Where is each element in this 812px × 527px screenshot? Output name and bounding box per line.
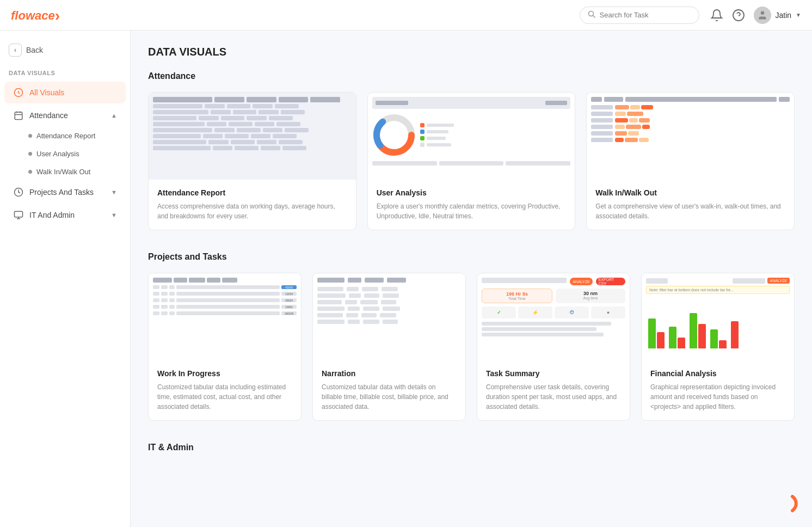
card-attendance-report[interactable]: Attendance Report Access comprehensive d… xyxy=(148,92,356,230)
sidebar-item-walkin[interactable]: Walk In/Walk Out xyxy=(24,163,126,180)
sidebar-item-attendance-report[interactable]: Attendance Report xyxy=(24,127,126,144)
app-logo: flowace› xyxy=(11,7,60,23)
back-icon: ‹ xyxy=(9,44,22,57)
card-body-walkin: Walk In/Walk Out Get a comprehensive vie… xyxy=(587,180,794,230)
user-section[interactable]: Jatin ▼ xyxy=(754,7,801,24)
corner-logo xyxy=(777,492,799,514)
card-narration[interactable]: Narration Customized tabular data with d… xyxy=(312,273,466,421)
main-content: DATA VISUALS Attendance xyxy=(131,30,812,527)
chevron-down-it-icon: ▼ xyxy=(111,212,117,218)
card-preview-walkin xyxy=(587,93,794,180)
logo-flow: flow xyxy=(11,9,35,22)
sidebar-item-it-admin[interactable]: IT And Admin ▼ xyxy=(4,204,126,226)
card-preview-user-analysis xyxy=(368,93,575,180)
sidebar-item-user-analysis[interactable]: User Analysis xyxy=(24,145,126,162)
card-preview-task-summary: ANALYZE EXPORT CSV 196 Hr 8s Total Time … xyxy=(477,273,630,360)
card-financial-analysis[interactable]: ANALYZE Note: filter bar at bottom does … xyxy=(641,273,795,421)
card-body-attendance-report: Attendance Report Access comprehensive d… xyxy=(149,180,356,230)
card-desc-task-summary: Comprehensive user task details, coverin… xyxy=(486,382,621,412)
projects-tasks-section: Projects and Tasks xyxy=(148,252,795,421)
card-preview-financial-analysis: ANALYZE Note: filter bar at bottom does … xyxy=(642,273,794,360)
card-walkin[interactable]: Walk In/Walk Out Get a comprehensive vie… xyxy=(586,92,795,230)
search-icon xyxy=(588,10,595,20)
svg-point-4 xyxy=(760,11,764,15)
svg-rect-11 xyxy=(15,211,23,217)
user-name: Jatin xyxy=(776,11,792,20)
attendance-report-label: Attendance Report xyxy=(36,132,95,140)
sidebar-item-attendance[interactable]: Attendance ▲ xyxy=(4,105,126,126)
card-title-narration: Narration xyxy=(322,369,457,378)
card-desc-walkin: Get a comprehensive view of user's walk-… xyxy=(595,201,785,221)
card-desc-narration: Customized tabular data with details on … xyxy=(322,382,457,412)
page-title: DATA VISUALS xyxy=(148,46,795,58)
it-admin-section-title: IT & Admin xyxy=(148,443,795,452)
help-icon[interactable] xyxy=(732,9,745,22)
card-title-financial-analysis: Financial Analysis xyxy=(650,369,785,378)
svg-line-1 xyxy=(593,15,595,17)
projects-icon xyxy=(13,187,24,198)
projects-tasks-section-title: Projects and Tasks xyxy=(148,252,795,262)
card-desc-financial-analysis: Graphical representation depicting invoi… xyxy=(650,382,785,412)
back-button[interactable]: ‹ Back xyxy=(0,39,130,61)
card-desc-wip: Customized tabular data including estima… xyxy=(157,382,292,412)
card-title-attendance-report: Attendance Report xyxy=(157,188,347,197)
card-title-user-analysis: User Analysis xyxy=(377,188,567,197)
attendance-label: Attendance xyxy=(29,111,68,120)
layout: ‹ Back DATA VISUALS All Visuals Attendan… xyxy=(0,30,812,527)
card-body-narration: Narration Customized tabular data with d… xyxy=(313,360,465,420)
it-admin-section: IT & Admin xyxy=(148,443,795,452)
dot-user-analysis xyxy=(28,152,32,156)
search-bar[interactable] xyxy=(580,7,699,24)
logo-mark: › xyxy=(55,7,60,24)
topbar-icons: Jatin ▼ xyxy=(710,7,801,24)
walkin-preview xyxy=(587,93,794,180)
user-analysis-label: User Analysis xyxy=(36,150,79,158)
svg-point-17 xyxy=(382,123,406,147)
attendance-section: Attendance xyxy=(148,71,795,230)
projects-tasks-cards-grid: 43056 11034 xyxy=(148,273,795,421)
search-input[interactable] xyxy=(600,11,691,19)
dot-walkin xyxy=(28,170,32,174)
back-label: Back xyxy=(26,46,43,54)
card-task-summary[interactable]: ANALYZE EXPORT CSV 196 Hr 8s Total Time … xyxy=(477,273,630,421)
financial-preview: ANALYZE Note: filter bar at bottom does … xyxy=(642,273,794,360)
card-title-wip: Work In Progress xyxy=(157,369,292,378)
card-preview-wip: 43056 11034 xyxy=(149,273,301,360)
attendance-section-title: Attendance xyxy=(148,71,795,81)
projects-tasks-label: Projects And Tasks xyxy=(29,188,94,197)
attendance-submenu: Attendance Report User Analysis Walk In/… xyxy=(0,127,130,180)
card-preview-narration xyxy=(313,273,465,360)
bell-icon[interactable] xyxy=(710,9,723,22)
card-desc-user-analysis: Explore a user's monthly calendar metric… xyxy=(377,201,567,221)
logo-ace: ace xyxy=(35,9,55,22)
task-summary-preview: ANALYZE EXPORT CSV 196 Hr 8s Total Time … xyxy=(477,273,630,360)
narration-preview xyxy=(313,273,465,360)
card-desc-attendance-report: Access comprehensive data on working day… xyxy=(157,201,347,221)
preview-table xyxy=(149,93,356,180)
it-admin-icon xyxy=(13,210,24,220)
walkin-label: Walk In/Walk Out xyxy=(36,168,90,176)
chevron-down-projects-icon: ▼ xyxy=(111,189,117,195)
svg-point-2 xyxy=(733,10,744,21)
chevron-up-icon: ▲ xyxy=(111,112,117,119)
card-preview-attendance-report xyxy=(149,93,356,180)
topbar: flowace› Jatin ▼ xyxy=(0,0,812,30)
svg-rect-6 xyxy=(15,112,22,120)
it-admin-label: IT And Admin xyxy=(29,211,75,219)
card-body-task-summary: Task Summary Comprehensive user task det… xyxy=(477,360,630,420)
sidebar-section-label: DATA VISUALS xyxy=(0,68,130,81)
all-visuals-label: All Visuals xyxy=(29,88,64,97)
avatar xyxy=(754,7,771,24)
sidebar: ‹ Back DATA VISUALS All Visuals Attendan… xyxy=(0,30,131,527)
card-wip[interactable]: 43056 11034 xyxy=(148,273,302,421)
card-body-wip: Work In Progress Customized tabular data… xyxy=(149,360,301,420)
sidebar-item-projects-tasks[interactable]: Projects And Tasks ▼ xyxy=(4,181,126,203)
attendance-icon xyxy=(13,110,24,121)
card-user-analysis[interactable]: User Analysis Explore a user's monthly c… xyxy=(367,92,576,230)
card-title-walkin: Walk In/Walk Out xyxy=(595,188,785,197)
dot-attendance-report xyxy=(28,134,32,138)
sidebar-item-all-visuals[interactable]: All Visuals xyxy=(4,82,126,103)
attendance-cards-grid: Attendance Report Access comprehensive d… xyxy=(148,92,795,230)
card-body-financial-analysis: Financial Analysis Graphical representat… xyxy=(642,360,794,420)
chevron-down-icon: ▼ xyxy=(796,12,801,18)
